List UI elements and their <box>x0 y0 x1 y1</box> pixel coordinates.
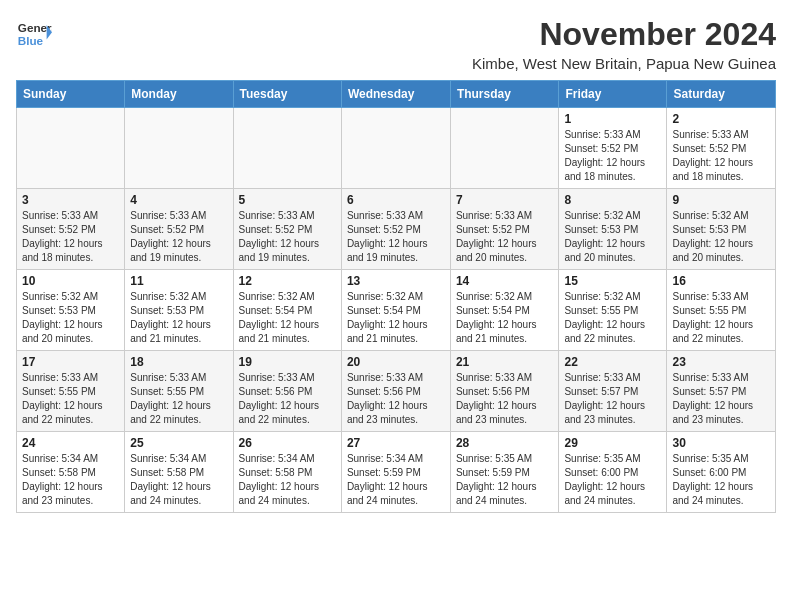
calendar-header-row: SundayMondayTuesdayWednesdayThursdayFrid… <box>17 81 776 108</box>
title-section: November 2024 Kimbe, West New Britain, P… <box>472 16 776 72</box>
calendar-cell: 11Sunrise: 5:32 AMSunset: 5:53 PMDayligh… <box>125 270 233 351</box>
day-info: Sunrise: 5:32 AMSunset: 5:53 PMDaylight:… <box>564 209 661 265</box>
calendar-cell: 21Sunrise: 5:33 AMSunset: 5:56 PMDayligh… <box>450 351 559 432</box>
day-info: Sunrise: 5:33 AMSunset: 5:56 PMDaylight:… <box>456 371 554 427</box>
day-number: 25 <box>130 436 227 450</box>
logo-icon: General Blue <box>16 16 52 52</box>
calendar-cell: 8Sunrise: 5:32 AMSunset: 5:53 PMDaylight… <box>559 189 667 270</box>
calendar-cell: 14Sunrise: 5:32 AMSunset: 5:54 PMDayligh… <box>450 270 559 351</box>
day-info: Sunrise: 5:32 AMSunset: 5:55 PMDaylight:… <box>564 290 661 346</box>
day-number: 4 <box>130 193 227 207</box>
month-title: November 2024 <box>472 16 776 53</box>
day-number: 2 <box>672 112 770 126</box>
week-row-1: 1Sunrise: 5:33 AMSunset: 5:52 PMDaylight… <box>17 108 776 189</box>
day-header-friday: Friday <box>559 81 667 108</box>
day-info: Sunrise: 5:34 AMSunset: 5:58 PMDaylight:… <box>239 452 336 508</box>
calendar-cell <box>450 108 559 189</box>
calendar-cell: 1Sunrise: 5:33 AMSunset: 5:52 PMDaylight… <box>559 108 667 189</box>
calendar-cell: 7Sunrise: 5:33 AMSunset: 5:52 PMDaylight… <box>450 189 559 270</box>
day-info: Sunrise: 5:33 AMSunset: 5:55 PMDaylight:… <box>22 371 119 427</box>
week-row-3: 10Sunrise: 5:32 AMSunset: 5:53 PMDayligh… <box>17 270 776 351</box>
day-header-saturday: Saturday <box>667 81 776 108</box>
calendar-cell: 12Sunrise: 5:32 AMSunset: 5:54 PMDayligh… <box>233 270 341 351</box>
day-info: Sunrise: 5:33 AMSunset: 5:52 PMDaylight:… <box>564 128 661 184</box>
day-number: 24 <box>22 436 119 450</box>
day-info: Sunrise: 5:33 AMSunset: 5:52 PMDaylight:… <box>130 209 227 265</box>
day-number: 18 <box>130 355 227 369</box>
day-info: Sunrise: 5:33 AMSunset: 5:55 PMDaylight:… <box>672 290 770 346</box>
calendar-cell: 25Sunrise: 5:34 AMSunset: 5:58 PMDayligh… <box>125 432 233 513</box>
svg-text:Blue: Blue <box>18 34 44 47</box>
day-info: Sunrise: 5:35 AMSunset: 6:00 PMDaylight:… <box>564 452 661 508</box>
day-info: Sunrise: 5:34 AMSunset: 5:58 PMDaylight:… <box>22 452 119 508</box>
day-number: 28 <box>456 436 554 450</box>
day-header-thursday: Thursday <box>450 81 559 108</box>
day-number: 10 <box>22 274 119 288</box>
calendar-cell: 30Sunrise: 5:35 AMSunset: 6:00 PMDayligh… <box>667 432 776 513</box>
day-number: 29 <box>564 436 661 450</box>
calendar-cell: 3Sunrise: 5:33 AMSunset: 5:52 PMDaylight… <box>17 189 125 270</box>
calendar-cell: 18Sunrise: 5:33 AMSunset: 5:55 PMDayligh… <box>125 351 233 432</box>
logo: General Blue <box>16 16 52 52</box>
calendar-cell: 13Sunrise: 5:32 AMSunset: 5:54 PMDayligh… <box>341 270 450 351</box>
day-number: 21 <box>456 355 554 369</box>
day-info: Sunrise: 5:33 AMSunset: 5:52 PMDaylight:… <box>456 209 554 265</box>
day-info: Sunrise: 5:33 AMSunset: 5:55 PMDaylight:… <box>130 371 227 427</box>
calendar-cell: 10Sunrise: 5:32 AMSunset: 5:53 PMDayligh… <box>17 270 125 351</box>
calendar-cell: 9Sunrise: 5:32 AMSunset: 5:53 PMDaylight… <box>667 189 776 270</box>
day-info: Sunrise: 5:35 AMSunset: 5:59 PMDaylight:… <box>456 452 554 508</box>
day-number: 7 <box>456 193 554 207</box>
day-number: 23 <box>672 355 770 369</box>
calendar-cell <box>233 108 341 189</box>
day-info: Sunrise: 5:33 AMSunset: 5:57 PMDaylight:… <box>672 371 770 427</box>
day-number: 30 <box>672 436 770 450</box>
day-info: Sunrise: 5:34 AMSunset: 5:58 PMDaylight:… <box>130 452 227 508</box>
calendar-cell: 19Sunrise: 5:33 AMSunset: 5:56 PMDayligh… <box>233 351 341 432</box>
calendar-cell <box>341 108 450 189</box>
calendar-cell <box>17 108 125 189</box>
calendar-cell: 2Sunrise: 5:33 AMSunset: 5:52 PMDaylight… <box>667 108 776 189</box>
day-number: 26 <box>239 436 336 450</box>
calendar-cell: 17Sunrise: 5:33 AMSunset: 5:55 PMDayligh… <box>17 351 125 432</box>
calendar-cell: 29Sunrise: 5:35 AMSunset: 6:00 PMDayligh… <box>559 432 667 513</box>
calendar-cell: 26Sunrise: 5:34 AMSunset: 5:58 PMDayligh… <box>233 432 341 513</box>
day-number: 12 <box>239 274 336 288</box>
calendar-cell: 16Sunrise: 5:33 AMSunset: 5:55 PMDayligh… <box>667 270 776 351</box>
day-info: Sunrise: 5:33 AMSunset: 5:52 PMDaylight:… <box>347 209 445 265</box>
location-title: Kimbe, West New Britain, Papua New Guine… <box>472 55 776 72</box>
day-header-wednesday: Wednesday <box>341 81 450 108</box>
day-number: 13 <box>347 274 445 288</box>
day-number: 5 <box>239 193 336 207</box>
calendar: SundayMondayTuesdayWednesdayThursdayFrid… <box>16 80 776 513</box>
calendar-cell: 4Sunrise: 5:33 AMSunset: 5:52 PMDaylight… <box>125 189 233 270</box>
day-number: 20 <box>347 355 445 369</box>
week-row-4: 17Sunrise: 5:33 AMSunset: 5:55 PMDayligh… <box>17 351 776 432</box>
day-info: Sunrise: 5:32 AMSunset: 5:53 PMDaylight:… <box>130 290 227 346</box>
calendar-cell: 22Sunrise: 5:33 AMSunset: 5:57 PMDayligh… <box>559 351 667 432</box>
day-number: 11 <box>130 274 227 288</box>
day-number: 9 <box>672 193 770 207</box>
day-header-tuesday: Tuesday <box>233 81 341 108</box>
day-info: Sunrise: 5:33 AMSunset: 5:56 PMDaylight:… <box>239 371 336 427</box>
day-info: Sunrise: 5:32 AMSunset: 5:53 PMDaylight:… <box>22 290 119 346</box>
day-number: 27 <box>347 436 445 450</box>
day-info: Sunrise: 5:33 AMSunset: 5:52 PMDaylight:… <box>672 128 770 184</box>
calendar-cell: 15Sunrise: 5:32 AMSunset: 5:55 PMDayligh… <box>559 270 667 351</box>
calendar-cell: 5Sunrise: 5:33 AMSunset: 5:52 PMDaylight… <box>233 189 341 270</box>
day-number: 3 <box>22 193 119 207</box>
week-row-2: 3Sunrise: 5:33 AMSunset: 5:52 PMDaylight… <box>17 189 776 270</box>
calendar-cell: 28Sunrise: 5:35 AMSunset: 5:59 PMDayligh… <box>450 432 559 513</box>
day-number: 16 <box>672 274 770 288</box>
calendar-cell <box>125 108 233 189</box>
day-info: Sunrise: 5:32 AMSunset: 5:53 PMDaylight:… <box>672 209 770 265</box>
day-info: Sunrise: 5:32 AMSunset: 5:54 PMDaylight:… <box>239 290 336 346</box>
calendar-cell: 24Sunrise: 5:34 AMSunset: 5:58 PMDayligh… <box>17 432 125 513</box>
day-number: 8 <box>564 193 661 207</box>
day-info: Sunrise: 5:33 AMSunset: 5:52 PMDaylight:… <box>22 209 119 265</box>
day-info: Sunrise: 5:33 AMSunset: 5:52 PMDaylight:… <box>239 209 336 265</box>
day-header-sunday: Sunday <box>17 81 125 108</box>
day-info: Sunrise: 5:33 AMSunset: 5:57 PMDaylight:… <box>564 371 661 427</box>
week-row-5: 24Sunrise: 5:34 AMSunset: 5:58 PMDayligh… <box>17 432 776 513</box>
day-info: Sunrise: 5:35 AMSunset: 6:00 PMDaylight:… <box>672 452 770 508</box>
day-number: 17 <box>22 355 119 369</box>
